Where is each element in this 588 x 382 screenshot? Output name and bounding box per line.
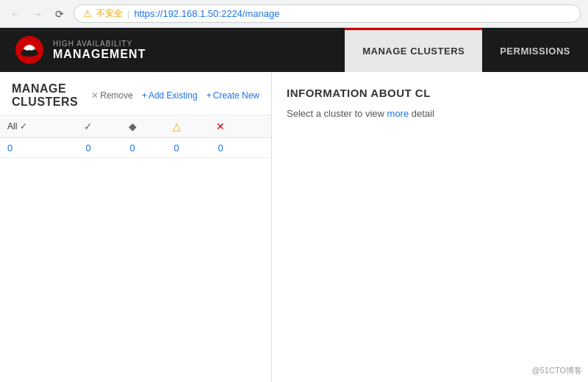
browser-chrome: ← → ⟳ ⚠ 不安全 | https://192.168.1.50:2224/… [0, 0, 588, 28]
cell-warn: 0 [154, 141, 198, 154]
forward-button[interactable]: → [29, 6, 46, 22]
shield-icon: ◆ [129, 120, 137, 132]
table-header: All ✓ ✓ ◆ △ ✕ [0, 115, 271, 138]
create-new-link[interactable]: + Create New [207, 90, 259, 101]
col-all-header: All ✓ [7, 121, 66, 131]
col-warn-header: △ [154, 120, 198, 133]
panel-title: MANAGE CLUSTERS [12, 82, 79, 109]
nav-tabs: MANAGE CLUSTERS PERMISSIONS [345, 28, 588, 72]
brand-subtitle: HIGH AVAILABILITY [53, 40, 146, 48]
watermark: @51CTO博客 [532, 365, 582, 376]
nav-tab-manage-clusters[interactable]: MANAGE CLUSTERS [345, 28, 482, 72]
back-button[interactable]: ← [7, 6, 24, 22]
refresh-button[interactable]: ⟳ [51, 6, 68, 22]
cell-error: 0 [198, 141, 243, 154]
svg-point-1 [21, 49, 38, 57]
info-title: INFORMATION ABOUT CL [287, 87, 573, 99]
brand-title: MANAGEMENT [53, 48, 146, 61]
col-check-header: ✓ [66, 120, 110, 133]
brand-area: HIGH AVAILABILITY MANAGEMENT [0, 28, 160, 72]
separator: | [127, 8, 129, 19]
error-icon: ✕ [216, 120, 225, 132]
app-container: HIGH AVAILABILITY MANAGEMENT MANAGE CLUS… [0, 28, 588, 382]
left-panel: MANAGE CLUSTERS ✕ Remove + Add Existing … [0, 72, 272, 382]
col-shield-header: ◆ [110, 120, 154, 133]
app-header: HIGH AVAILABILITY MANAGEMENT MANAGE CLUS… [0, 28, 588, 72]
remove-link[interactable]: ✕ Remove [91, 90, 133, 101]
add-existing-link[interactable]: + Add Existing [142, 90, 198, 101]
url-display[interactable]: https://192.168.1.50:2224/manage [134, 8, 279, 19]
brand-text: HIGH AVAILABILITY MANAGEMENT [53, 40, 146, 61]
info-text: Select a cluster to view more detail [287, 108, 573, 119]
redhat-logo [15, 35, 44, 65]
address-bar: ⚠ 不安全 | https://192.168.1.50:2224/manage [74, 4, 581, 23]
right-panel: INFORMATION ABOUT CL Select a cluster to… [272, 72, 588, 382]
security-warning-icon: ⚠ [83, 8, 92, 19]
panel-header: MANAGE CLUSTERS ✕ Remove + Add Existing … [0, 72, 271, 115]
col-x-header: ✕ [198, 120, 243, 133]
svg-point-2 [27, 45, 32, 49]
table-data-row: 0 0 0 0 0 [0, 138, 271, 158]
panel-actions: ✕ Remove + Add Existing + Create New [91, 90, 259, 101]
cluster-table: All ✓ ✓ ◆ △ ✕ [0, 115, 271, 382]
cell-check: 0 [66, 141, 110, 154]
checkmark-icon: ✓ [84, 120, 93, 132]
content-area: MANAGE CLUSTERS ✕ Remove + Add Existing … [0, 72, 588, 382]
cell-shield: 0 [110, 141, 154, 154]
nav-tab-permissions[interactable]: PERMISSIONS [482, 28, 588, 72]
insecure-label: 不安全 [96, 7, 123, 20]
warning-icon: △ [173, 120, 181, 132]
cell-all: 0 [7, 143, 66, 154]
